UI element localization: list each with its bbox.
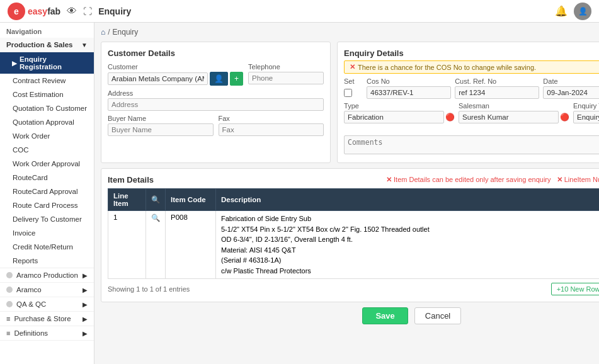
- customer-details-panel: Customer Details Customer 👤 + Telephone: [101, 42, 331, 163]
- buyer-name-input[interactable]: [108, 123, 214, 136]
- sidebar-section-qa-qc[interactable]: QA & QC ▶: [0, 297, 94, 312]
- chevron-right-icon-5: ▶: [83, 330, 88, 337]
- sidebar-section-purchase-store[interactable]: ≡ Purchase & Store ▶: [0, 312, 94, 326]
- customer-field-group: Customer 👤 +: [108, 63, 243, 86]
- notice-x-1: ✕: [386, 176, 392, 183]
- type-group: Type 🔴: [344, 102, 455, 123]
- main-content: ⌂ / Enquiry Customer Details Customer 👤 …: [94, 23, 599, 364]
- chevron-right-icon-3: ▶: [83, 301, 88, 308]
- action-buttons-row: Save Cancel: [101, 307, 599, 324]
- add-10-rows-button[interactable]: +10 New Rows: [551, 283, 599, 295]
- col-description: Description: [216, 189, 600, 211]
- sidebar-section-aramco[interactable]: Aramco ▶: [0, 283, 94, 297]
- type-input[interactable]: [344, 111, 444, 123]
- logo: e easyfab: [8, 3, 60, 20]
- customer-panel-title: Customer Details: [108, 48, 324, 58]
- breadcrumb-current: Enquiry: [113, 28, 139, 37]
- table-row: 1 🔍 P008 Fabrication of Side Entry Sub 5…: [108, 211, 600, 279]
- logo-fab: fab: [47, 6, 60, 16]
- date-input[interactable]: [543, 86, 599, 99]
- sidebar-item-cost-estimation[interactable]: Cost Estimation: [0, 88, 94, 101]
- cos-no-group: Cos No: [367, 77, 451, 99]
- salesman-label: Salesman: [459, 102, 569, 110]
- col-line-item: Line Item: [108, 189, 146, 211]
- set-checkbox[interactable]: [344, 89, 352, 97]
- sidebar-item-work-order[interactable]: Work Order: [0, 129, 94, 143]
- sidebar-section-definitions[interactable]: ≡ Definitions ▶: [0, 326, 94, 341]
- cos-no-label: Cos No: [367, 77, 451, 85]
- enquiry-details-panel: Enquiry Details ✕ There is a chance for …: [337, 42, 599, 163]
- sidebar-item-quotation-to-customer[interactable]: Quotation To Customer: [0, 101, 94, 115]
- cust-ref-input[interactable]: [455, 86, 539, 99]
- col-item-code: Item Code: [166, 189, 216, 211]
- cos-no-input[interactable]: [367, 86, 451, 99]
- chevron-right-icon-2: ▶: [83, 287, 88, 293]
- nav-label: Navigation: [0, 23, 94, 38]
- sidebar-item-enquiry-registration[interactable]: ▶ Enquiry Registration: [0, 52, 94, 74]
- sidebar-item-contract-review[interactable]: Contract Review: [0, 74, 94, 88]
- notice-x-2: ✕: [557, 176, 562, 183]
- warning-bar: ✕ There is a chance for the COS No to ch…: [344, 60, 599, 74]
- col-search: 🔍: [146, 189, 166, 211]
- sidebar-item-route-card[interactable]: RouteCard: [0, 171, 94, 185]
- dot-icon-aramco: [6, 287, 13, 293]
- save-button[interactable]: Save: [362, 307, 408, 324]
- notification-icon[interactable]: 🔔: [555, 5, 568, 17]
- topbar-expand-icon[interactable]: ⛶: [83, 6, 92, 16]
- sidebar-item-credit-note[interactable]: Credit Note/Return: [0, 240, 94, 254]
- item-panel-title: Item Details: [108, 175, 154, 185]
- new-rows-buttons: +10 New Rows +5 New Rows +New Row: [551, 283, 599, 295]
- showing-text: Showing 1 to 1 of 1 entries: [108, 285, 190, 293]
- remarks-group: [344, 135, 599, 156]
- fax-input[interactable]: [219, 123, 324, 136]
- salesman-input[interactable]: [459, 111, 559, 123]
- sidebar-item-coc[interactable]: COC: [0, 143, 94, 157]
- sidebar: Navigation Production & Sales ▼ ▶ Enquir…: [0, 23, 94, 364]
- customer-add-btn[interactable]: +: [230, 72, 243, 86]
- topbar-eye-icon[interactable]: 👁: [67, 6, 77, 17]
- customer-input[interactable]: [108, 72, 208, 85]
- enquiry-type-input[interactable]: [573, 111, 599, 123]
- sidebar-item-route-card-approval[interactable]: RouteCard Approval: [0, 185, 94, 198]
- remarks-textarea[interactable]: [344, 135, 599, 154]
- telephone-input[interactable]: [248, 72, 324, 84]
- avatar[interactable]: 👤: [574, 3, 591, 20]
- enquiry-type-group: Enquiry Type 🔴: [573, 102, 599, 123]
- cell-search[interactable]: 🔍: [146, 211, 166, 279]
- chevron-down-icon: ▼: [81, 42, 88, 48]
- logo-easy: easy: [28, 6, 47, 16]
- customer-person-btn[interactable]: 👤: [210, 72, 228, 86]
- sidebar-item-quotation-approval[interactable]: Quotation Approval: [0, 115, 94, 129]
- warning-x-icon: ✕: [350, 63, 355, 71]
- notice-text-2: LineItem Number of saved Item cannot be …: [564, 176, 599, 183]
- sidebar-item-reports[interactable]: Reports: [0, 254, 94, 268]
- breadcrumb-sep: /: [108, 28, 110, 37]
- salesman-group: Salesman 🔴: [459, 102, 569, 123]
- fax-group: Fax: [219, 115, 324, 136]
- item-notices: ✕ Item Details can be edited only after …: [386, 176, 599, 184]
- sidebar-item-invoice[interactable]: Invoice: [0, 226, 94, 240]
- notice-text-1: Item Details can be edited only after sa…: [394, 176, 551, 183]
- buyer-name-label: Buyer Name: [108, 115, 214, 122]
- telephone-field-group: Telephone: [248, 63, 324, 86]
- cell-item-code: P008: [166, 211, 216, 279]
- home-icon[interactable]: ⌂: [101, 28, 105, 37]
- cust-ref-group: Cust. Ref. No: [455, 77, 539, 99]
- cancel-button[interactable]: Cancel: [414, 307, 461, 324]
- cust-ref-label: Cust. Ref. No: [455, 77, 539, 85]
- sidebar-item-route-card-process[interactable]: Route Card Process: [0, 198, 94, 212]
- page-title: Enquiry: [98, 6, 555, 16]
- type-label: Type: [344, 102, 455, 110]
- chevron-right-icon-4: ▶: [83, 316, 88, 322]
- cell-description: Fabrication of Side Entry Sub 5-1/2" XT5…: [216, 211, 600, 279]
- address-input[interactable]: [108, 98, 324, 111]
- sidebar-section-production-sales[interactable]: Production & Sales ▼: [0, 38, 94, 52]
- sidebar-item-work-order-approval[interactable]: Work Order Approval: [0, 157, 94, 171]
- definitions-label: Definitions: [14, 329, 48, 337]
- aramco-prod-label: Aramco Production: [16, 271, 78, 279]
- breadcrumb: ⌂ / Enquiry: [101, 28, 599, 37]
- chevron-right-icon: ▶: [83, 272, 88, 279]
- chevron-right-active-icon: ▶: [12, 60, 17, 67]
- sidebar-item-delivery-to-customer[interactable]: Delivery To Customer: [0, 212, 94, 226]
- sidebar-section-aramco-production[interactable]: Aramco Production ▶: [0, 268, 94, 283]
